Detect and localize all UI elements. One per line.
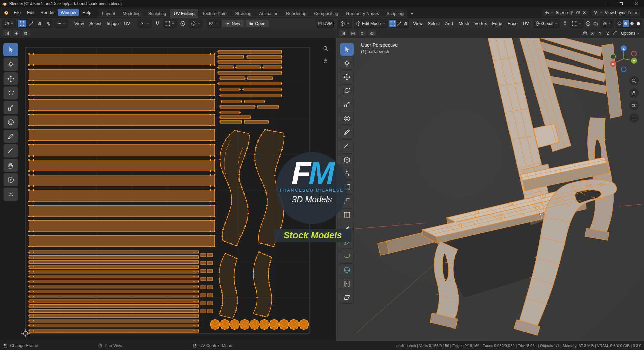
- material-shading-button[interactable]: [629, 20, 635, 27]
- vertex-mode-button[interactable]: [389, 20, 396, 27]
- mirror-axis-z[interactable]: Z: [604, 30, 611, 36]
- pin-icon[interactable]: [569, 10, 574, 15]
- viewport-canvas[interactable]: [336, 29, 644, 341]
- perspective-toggle-button[interactable]: [629, 113, 639, 123]
- viewport-tool-measure[interactable]: [340, 139, 354, 152]
- uv-menu-uv[interactable]: UV: [121, 19, 133, 28]
- maximize-button[interactable]: [613, 0, 629, 7]
- mirror-axis-x[interactable]: X: [589, 30, 596, 36]
- workspace-tab-sculpting[interactable]: Sculpting: [145, 9, 170, 18]
- mode-selector[interactable]: Edit Mode: [354, 19, 388, 28]
- select-mode-intersect-button[interactable]: [368, 30, 376, 37]
- select-mode-new-button[interactable]: [3, 30, 11, 37]
- pan-button[interactable]: [321, 56, 330, 65]
- snap-toggle[interactable]: [562, 19, 568, 28]
- select-mode-new-button[interactable]: [339, 30, 347, 37]
- uv-menu-select[interactable]: Select: [87, 19, 104, 28]
- viewport-menu-edge[interactable]: Edge: [489, 19, 505, 28]
- unlink-icon[interactable]: [582, 10, 587, 15]
- uv-select-edge-button[interactable]: [26, 20, 35, 27]
- minimize-button[interactable]: [598, 0, 613, 7]
- uv-menu-image[interactable]: Image: [104, 19, 121, 28]
- viewport-menu-uv[interactable]: UV: [520, 19, 532, 28]
- new-layer-icon[interactable]: [627, 10, 632, 15]
- viewport-tool-edge-slide[interactable]: [340, 277, 354, 290]
- menu-window[interactable]: Window: [58, 9, 79, 16]
- x-ray-toggle[interactable]: [593, 19, 599, 28]
- zoom-button[interactable]: [629, 76, 639, 85]
- proportional-falloff-selector[interactable]: [189, 19, 203, 28]
- new-scene-icon[interactable]: [576, 10, 580, 15]
- uv-select-face-button[interactable]: [35, 20, 44, 27]
- sticky-selection-selector[interactable]: [54, 19, 68, 28]
- viewport-tool-move[interactable]: [340, 71, 354, 83]
- workspace-tab-layout[interactable]: Layout: [98, 9, 119, 18]
- workspace-tab-shading[interactable]: Shading: [232, 9, 255, 18]
- select-mode-extend-button[interactable]: [348, 30, 357, 37]
- viewport-tool-tweak-select[interactable]: [340, 43, 354, 56]
- viewport-tool-cursor[interactable]: [340, 57, 354, 70]
- uv-tool-move[interactable]: [3, 72, 18, 85]
- pivot-point-selector[interactable]: [138, 19, 152, 28]
- uv-tool-scale[interactable]: [3, 101, 18, 114]
- snap-target-selector[interactable]: [570, 19, 584, 28]
- viewport-tool-loop-cut[interactable]: [340, 208, 354, 221]
- menu-render[interactable]: Render: [37, 9, 58, 16]
- uv-tool-pinch[interactable]: [3, 187, 18, 201]
- blender-app-menu[interactable]: [1, 7, 11, 18]
- uv-tool-transform[interactable]: [3, 115, 18, 129]
- viewport-tool-scale[interactable]: [340, 98, 354, 111]
- open-image-button[interactable]: Open: [245, 19, 269, 28]
- workspace-tab-geometry-nodes[interactable]: Geometry Nodes: [342, 9, 382, 18]
- options-dropdown[interactable]: Options: [620, 31, 641, 36]
- uv-map-selector[interactable]: UVMap: [316, 19, 334, 28]
- add-workspace-button[interactable]: +: [408, 9, 416, 18]
- face-mode-button[interactable]: [402, 20, 409, 27]
- uv-tool-grab[interactable]: [3, 159, 18, 172]
- workspace-tab-compositing[interactable]: Compositing: [310, 9, 342, 18]
- viewport-tool-annotate[interactable]: [340, 126, 354, 138]
- viewport-tool-spin[interactable]: [340, 250, 354, 262]
- uv-tool-measure[interactable]: [3, 144, 18, 158]
- select-mode-extend-button[interactable]: [12, 30, 21, 37]
- workspace-tab-modeling[interactable]: Modeling: [119, 9, 144, 18]
- select-mode-subtract-button[interactable]: [358, 30, 367, 37]
- select-mode-subtract-button[interactable]: [22, 30, 31, 37]
- workspace-tab-texture-paint[interactable]: Texture Paint: [199, 9, 231, 18]
- viewport-menu-mesh[interactable]: Mesh: [456, 19, 472, 28]
- image-browse-selector[interactable]: [207, 19, 221, 28]
- snap-toggle[interactable]: [153, 19, 162, 28]
- workspace-tab-animation[interactable]: Animation: [255, 9, 282, 18]
- viewport-menu-view[interactable]: View: [410, 19, 425, 28]
- viewport-menu-add[interactable]: Add: [442, 19, 455, 28]
- close-button[interactable]: [629, 0, 644, 7]
- camera-view-button[interactable]: [629, 101, 639, 110]
- menu-file[interactable]: File: [11, 9, 24, 16]
- wireframe-shading-button[interactable]: [616, 20, 623, 27]
- workspace-tab-rendering[interactable]: Rendering: [282, 9, 310, 18]
- overlays-selector[interactable]: [600, 19, 614, 28]
- viewport-menu-select[interactable]: Select: [425, 19, 442, 28]
- uv-tool-tweak-select[interactable]: [3, 43, 18, 56]
- editor-type-selector[interactable]: [2, 19, 16, 28]
- proportional-editing-toggle[interactable]: [178, 19, 187, 28]
- viewport-menu-vertex[interactable]: Vertex: [472, 19, 489, 28]
- uv-tool-rotate[interactable]: [3, 86, 18, 100]
- zoom-button[interactable]: [321, 44, 330, 53]
- solid-shading-button[interactable]: [623, 20, 629, 27]
- uv-select-island-button[interactable]: [44, 20, 53, 27]
- uv-tool-cursor[interactable]: [3, 57, 18, 71]
- park-bench-model[interactable]: [378, 29, 622, 335]
- new-image-button[interactable]: New: [222, 19, 244, 28]
- scene-selector[interactable]: Scene: [542, 9, 589, 16]
- transform-orientation-selector[interactable]: Global: [533, 19, 560, 28]
- snap-target-selector[interactable]: [163, 19, 177, 28]
- proportional-editing-toggle[interactable]: [585, 19, 591, 28]
- viewport-menu-face[interactable]: Face: [505, 19, 520, 28]
- viewport-tool-transform[interactable]: [340, 112, 354, 125]
- viewport-tool-smooth[interactable]: [340, 263, 354, 276]
- navigation-gizmo[interactable]: Z X Y: [609, 44, 638, 74]
- viewport-tool-shear[interactable]: [340, 291, 354, 304]
- uv-tool-annotate[interactable]: [3, 130, 18, 143]
- workspace-tab-uv-editing[interactable]: UV Editing: [170, 9, 198, 18]
